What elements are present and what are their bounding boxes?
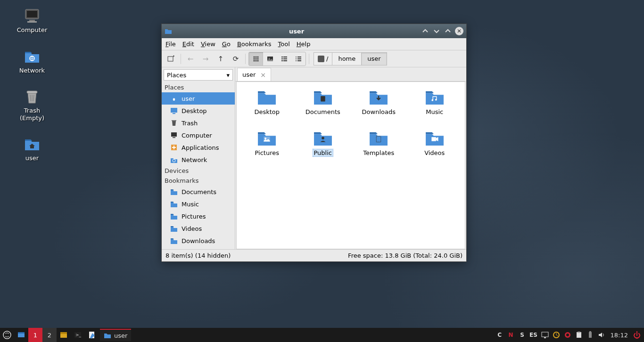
shade-button[interactable] — [421, 27, 429, 35]
tray-indicator-c[interactable]: C — [495, 330, 505, 340]
tray-indicator-n[interactable]: N — [506, 330, 516, 340]
desktop-icon-network[interactable]: Network — [9, 48, 55, 74]
menu-bookmarks[interactable]: Bookmarks — [237, 41, 272, 48]
sidebar-bookmark-pictures[interactable]: Pictures — [162, 210, 235, 222]
path-segment-root[interactable]: / — [314, 52, 332, 65]
sidebar-item-trash[interactable]: Trash — [162, 117, 235, 129]
close-button[interactable]: ✕ — [455, 27, 463, 35]
file-grid[interactable]: DesktopDocumentsDownloadsMusicPicturesPu… — [236, 81, 465, 249]
menu-edit[interactable]: Edit — [182, 41, 194, 48]
folder-templates[interactable]: Templates — [353, 130, 405, 156]
svg-point-15 — [257, 58, 259, 59]
svg-rect-63 — [589, 332, 592, 338]
svg-rect-23 — [281, 58, 283, 59]
svg-rect-24 — [283, 58, 287, 59]
desktop-icon-user-home[interactable]: user — [9, 136, 55, 162]
svg-point-48 — [3, 331, 11, 339]
svg-rect-34 — [173, 113, 175, 114]
workspace-2[interactable]: 2 — [42, 328, 57, 342]
status-bar: 8 item(s) (14 hidden) Free space: 13.8 G… — [162, 249, 466, 261]
sidebar-bookmark-music[interactable]: Music — [162, 198, 235, 210]
window-title: user — [176, 28, 417, 35]
maximize-button[interactable] — [444, 27, 452, 35]
menu-view[interactable]: View — [201, 41, 215, 48]
tray-battery-icon[interactable] — [585, 330, 595, 340]
taskbar-task-file-manager[interactable]: user — [100, 329, 131, 341]
svg-rect-9 — [168, 57, 173, 61]
folder-music[interactable]: Music — [409, 89, 461, 115]
menu-tool[interactable]: Tool — [278, 41, 290, 48]
list-view-button[interactable] — [291, 52, 305, 65]
folder-downloads[interactable]: Downloads — [353, 89, 405, 115]
launcher-editor[interactable] — [85, 328, 99, 342]
folder-icon — [368, 130, 389, 147]
thumbnail-view-button[interactable] — [263, 52, 277, 65]
tray-indicator-s[interactable]: S — [517, 330, 528, 340]
folder-documents[interactable]: Documents — [297, 89, 349, 115]
tab-user[interactable]: user × — [237, 68, 271, 81]
desktop-icon-trash[interactable]: Trash (Empty) — [9, 88, 55, 122]
workspace-1[interactable]: 1 — [28, 328, 42, 342]
tab-close-icon[interactable]: × — [260, 71, 266, 79]
new-tab-button[interactable] — [165, 52, 178, 65]
path-segment-user[interactable]: user — [361, 52, 387, 65]
folder-icon — [256, 89, 277, 106]
show-desktop-button[interactable] — [14, 328, 28, 342]
desktop-icon — [170, 107, 178, 114]
titlebar[interactable]: user ✕ — [162, 24, 466, 38]
tray-power-manager-icon[interactable] — [562, 330, 573, 340]
desktop-icon-computer[interactable]: Computer — [9, 8, 55, 34]
back-button[interactable]: ← — [184, 52, 197, 65]
keyboard-layout-indicator[interactable]: ES — [528, 330, 539, 340]
folder-icon — [170, 225, 178, 232]
reload-button[interactable]: ⟳ — [229, 52, 242, 65]
svg-rect-35 — [172, 120, 176, 121]
menu-go[interactable]: Go — [222, 41, 231, 48]
sidebar-item-applications[interactable]: Applications — [162, 141, 235, 154]
tray-update-icon[interactable] — [551, 330, 561, 340]
sidebar-item-network[interactable]: Network — [162, 154, 235, 166]
menu-help[interactable]: Help — [297, 41, 311, 48]
path-segment-home[interactable]: home — [332, 52, 362, 65]
network-folder-icon — [24, 48, 41, 65]
sidebar-bookmark-documents[interactable]: Documents — [162, 186, 235, 198]
up-button[interactable]: ↑ — [214, 52, 227, 65]
logout-button[interactable]: ⏻ — [632, 330, 642, 340]
folder-public[interactable]: Public — [297, 130, 349, 156]
sidebar-selector[interactable]: Places ▾ — [164, 69, 233, 81]
svg-rect-37 — [173, 137, 175, 138]
folder-icon — [170, 212, 178, 220]
tray-screen-icon[interactable] — [540, 330, 550, 340]
sidebar-item-computer[interactable]: Computer — [162, 129, 235, 141]
svg-point-18 — [257, 60, 259, 61]
window-icon — [165, 27, 172, 35]
launcher-terminal[interactable]: >_ — [71, 328, 85, 342]
home-icon — [170, 95, 178, 102]
tray-volume-icon[interactable] — [596, 330, 607, 340]
taskbar: 1 2 >_ user C N S ES 18:12 ⏻ — [0, 328, 644, 342]
svg-point-41 — [431, 99, 433, 101]
sidebar-bookmark-downloads[interactable]: Downloads — [162, 235, 235, 247]
tray-clipboard-icon[interactable] — [574, 330, 584, 340]
svg-rect-62 — [578, 332, 580, 333]
sidebar-item-user[interactable]: user — [162, 92, 235, 105]
menu-file[interactable]: File — [165, 41, 176, 48]
folder-videos[interactable]: Videos — [409, 130, 461, 156]
folder-pictures[interactable]: Pictures — [241, 130, 293, 156]
app-menu-button[interactable] — [0, 328, 14, 342]
clock[interactable]: 18:12 — [608, 332, 631, 339]
sidebar-item-desktop[interactable]: Desktop — [162, 105, 235, 117]
folder-desktop[interactable]: Desktop — [241, 89, 293, 115]
svg-point-12 — [257, 56, 259, 57]
desktop-icon-label: user — [25, 155, 39, 162]
icon-view-button[interactable] — [249, 52, 263, 65]
desktop-icon-label: Network — [19, 67, 45, 74]
forward-button[interactable]: → — [199, 52, 212, 65]
minimize-button[interactable] — [432, 27, 441, 35]
svg-rect-32 — [297, 60, 301, 61]
sidebar-bookmark-videos[interactable]: Videos — [162, 222, 235, 235]
compact-view-button[interactable] — [277, 52, 291, 65]
folder-icon — [424, 89, 445, 106]
launcher-files[interactable] — [57, 328, 71, 342]
status-item-count: 8 item(s) (14 hidden) — [165, 252, 231, 259]
